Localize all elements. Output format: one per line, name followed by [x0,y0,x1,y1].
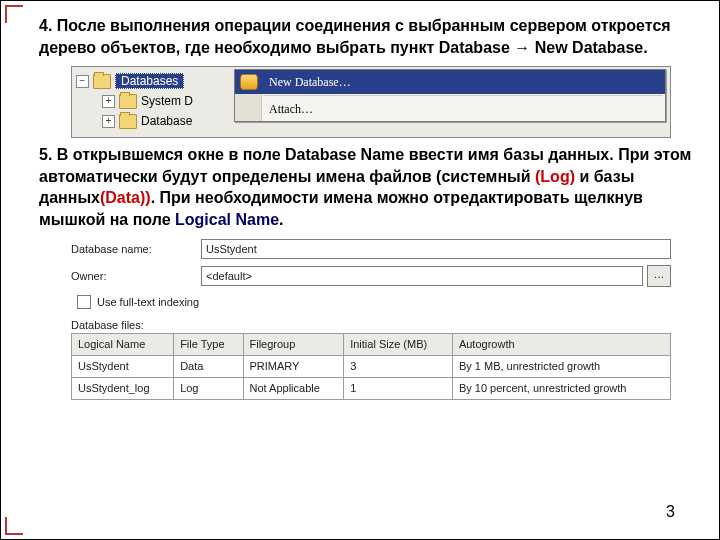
cell: By 10 percent, unrestricted growth [452,377,670,399]
tree-node-databases[interactable]: Databases [115,73,184,89]
cell[interactable]: 1 [344,377,453,399]
paragraph-4: 4. После выполнения операции соединения … [39,15,699,58]
cell: PRIMARY [243,355,344,377]
table-row[interactable]: UsStydent_log Log Not Applicable 1 By 10… [72,377,671,399]
table-dbfiles: Logical Name File Type Filegroup Initial… [71,333,671,400]
col-filegroup: Filegroup [243,333,344,355]
keyword-data: (Data)) [100,189,151,206]
menu-label: Attach… [269,102,313,117]
label-dbname: Database name: [71,243,201,255]
page-number: 3 [666,503,675,521]
tree-node-database[interactable]: Database [141,114,192,128]
keyword-database: Database [439,39,510,56]
keyword-dbname: Database Name [285,146,404,163]
cell[interactable]: 3 [344,355,453,377]
keyword-new-database: New Database. [535,39,648,56]
col-file-type: File Type [174,333,243,355]
folder-icon [119,94,137,109]
tree-screenshot: − Databases + System D + Database New Da… [71,66,671,138]
col-logical-name: Logical Name [72,333,174,355]
paragraph-5: 5. В открывшемся окне в поле Database Na… [39,144,699,230]
label-fulltext: Use full-text indexing [97,296,199,308]
menu-item-new-database[interactable]: New Database… [235,70,665,94]
menu-label: New Database… [269,75,351,90]
menu-separator [263,95,663,96]
cell[interactable]: UsStydent_log [72,377,174,399]
label-owner: Owner: [71,270,201,282]
folder-icon [93,74,111,89]
col-autogrowth: Autogrowth [452,333,670,355]
corner-marker [5,5,23,23]
cell: Log [174,377,243,399]
table-header: Logical Name File Type Filegroup Initial… [72,333,671,355]
text: 5. В открывшемся окне в поле [39,146,285,163]
corner-marker [5,517,23,535]
menu-item-attach[interactable]: Attach… [235,97,665,121]
tree-node-system[interactable]: System D [141,94,193,108]
arrow-icon: → [514,39,530,56]
keyword-logical-name: Logical Name [175,211,279,228]
cell: By 1 MB, unrestricted growth [452,355,670,377]
cell: Data [174,355,243,377]
table-row[interactable]: UsStydent Data PRIMARY 3 By 1 MB, unrest… [72,355,671,377]
col-initial-size: Initial Size (MB) [344,333,453,355]
folder-icon [119,114,137,129]
form-screenshot: Database name: UsStydent Owner: <default… [71,239,671,400]
expand-icon[interactable]: + [102,115,115,128]
context-menu: New Database… Attach… [234,69,666,122]
label-dbfiles: Database files: [71,319,671,331]
browse-button[interactable]: … [647,265,671,287]
input-owner[interactable]: <default> [201,266,643,286]
cell[interactable]: UsStydent [72,355,174,377]
database-icon [240,74,258,90]
text: . [279,211,283,228]
keyword-log: (Log) [535,168,575,185]
checkbox-fulltext[interactable] [77,295,91,309]
input-dbname[interactable]: UsStydent [201,239,671,259]
expand-icon[interactable]: + [102,95,115,108]
collapse-icon[interactable]: − [76,75,89,88]
cell: Not Applicable [243,377,344,399]
